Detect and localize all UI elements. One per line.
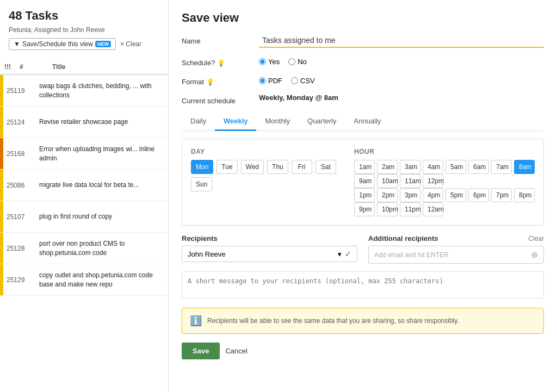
- day-btn-mon[interactable]: Mon: [191, 160, 213, 174]
- day-hour-container: Day MonTueWedThuFriSatSun Hour 1am2am3am…: [182, 139, 544, 226]
- action-row: Save Cancel: [182, 343, 544, 359]
- day-btn-thu[interactable]: Thu: [267, 160, 288, 174]
- name-row: Name: [182, 34, 544, 48]
- hour-btn-6am[interactable]: 6am: [468, 160, 489, 174]
- chevron-down-icon: [338, 250, 342, 258]
- day-label: Day: [191, 148, 337, 155]
- current-schedule-row: Current schedule Weekly, Monday @ 8am: [182, 94, 544, 105]
- plus-icon[interactable]: ⊕: [531, 250, 538, 260]
- schedule-options: Yes No: [259, 55, 544, 66]
- additional-recipients-col: Additional recipients Clear Add email an…: [368, 234, 544, 264]
- hour-btn-10am[interactable]: 10am: [377, 174, 398, 188]
- hour-btn-11am[interactable]: 11am: [400, 174, 420, 188]
- hour-btn-2am[interactable]: 2am: [377, 160, 398, 174]
- hour-btn-4am[interactable]: 4am: [423, 160, 443, 174]
- task-number: 25119: [3, 75, 36, 106]
- additional-label: Additional recipients: [368, 234, 438, 242]
- format-options: PDF CSV: [259, 74, 544, 85]
- day-btn-wed[interactable]: Wed: [241, 160, 264, 174]
- clear-button[interactable]: × Clear: [120, 40, 141, 48]
- schedule-no-option[interactable]: No: [288, 58, 307, 66]
- task-row[interactable]: 25128 port over non product CMS to shop.…: [0, 233, 168, 264]
- tab-quarterly[interactable]: Quarterly: [299, 113, 345, 131]
- hour-btn-9am[interactable]: 9am: [354, 174, 375, 188]
- task-count-title: 48 Tasks: [9, 9, 159, 23]
- hour-btn-1pm[interactable]: 1pm: [354, 188, 375, 202]
- task-row[interactable]: 25086 migrate live data local for beta t…: [0, 170, 168, 201]
- task-title: migrate live data local for beta te...: [36, 170, 168, 201]
- hour-btn-3am[interactable]: 3am: [400, 160, 420, 174]
- task-row[interactable]: 25119 swap bags & clutches, bedding, ...…: [0, 75, 168, 107]
- hour-btn-12am[interactable]: 12am: [423, 202, 443, 216]
- hour-btn-8am[interactable]: 8am: [514, 160, 535, 174]
- day-btn-sun[interactable]: Sun: [191, 177, 212, 191]
- tab-monthly[interactable]: Monthly: [256, 113, 299, 131]
- hour-btn-4pm[interactable]: 4pm: [423, 188, 443, 202]
- recipient-select[interactable]: John Reeve: [182, 246, 357, 262]
- warning-banner: ℹ️ Recipients will be able to see the sa…: [182, 308, 544, 334]
- day-section: Day MonTueWedThuFriSatSun: [191, 148, 337, 216]
- hour-btn-2pm[interactable]: 2pm: [377, 188, 398, 202]
- recipient-value: John Reeve: [188, 250, 225, 258]
- format-info-icon: 💡: [206, 78, 214, 86]
- hour-btn-6pm[interactable]: 6pm: [468, 188, 489, 202]
- task-title: Revise retailer showcase page: [36, 107, 168, 138]
- cancel-button[interactable]: Cancel: [225, 347, 247, 355]
- message-input[interactable]: [182, 271, 544, 298]
- format-csv-radio[interactable]: [291, 77, 298, 84]
- panel-title: Save view: [182, 11, 544, 25]
- format-label: Format 💡: [182, 74, 252, 86]
- hour-row: 1am2am3am4am5am6am7am8am: [354, 160, 535, 174]
- schedule-yes-radio[interactable]: [259, 58, 266, 65]
- day-btn-sat[interactable]: Sat: [315, 160, 336, 174]
- hour-btn-3pm[interactable]: 3pm: [400, 188, 420, 202]
- task-list: 25119 swap bags & clutches, bedding, ...…: [0, 75, 168, 296]
- additional-clear-button[interactable]: Clear: [528, 235, 544, 242]
- hour-btn-5am[interactable]: 5am: [445, 160, 466, 174]
- hour-btn-7am[interactable]: 7am: [491, 160, 512, 174]
- hour-btn-12pm[interactable]: 12pm: [423, 174, 443, 188]
- format-pdf-option[interactable]: PDF: [259, 77, 282, 85]
- schedule-label: Schedule? 💡: [182, 55, 252, 67]
- hour-section: Hour 1am2am3am4am5am6am7am8am9am10am11am…: [354, 148, 535, 216]
- task-row[interactable]: 25168 Error when uploading images wi... …: [0, 138, 168, 170]
- tab-annually[interactable]: Annually: [345, 113, 389, 131]
- task-number: 25124: [3, 107, 36, 138]
- format-row: Format 💡 PDF CSV: [182, 74, 544, 86]
- hour-row: 9pm10pm11pm12am: [354, 202, 535, 216]
- hour-btn-7pm[interactable]: 7pm: [491, 188, 512, 202]
- hour-label: Hour: [354, 148, 535, 155]
- task-row[interactable]: 25124 Revise retailer showcase page: [0, 107, 168, 138]
- recipients-row: Recipients John Reeve Additional recipie…: [182, 234, 544, 264]
- day-btn-tue[interactable]: Tue: [216, 160, 237, 174]
- schedule-no-radio[interactable]: [288, 58, 295, 65]
- save-schedule-button[interactable]: ▼ Save/Schedule this view NEW: [9, 38, 116, 50]
- task-row[interactable]: 25107 plug in first round of copy: [0, 201, 168, 233]
- task-number: 25107: [3, 201, 36, 232]
- name-input[interactable]: [259, 34, 544, 48]
- task-number: 25168: [3, 138, 36, 169]
- schedule-no-label: No: [298, 58, 307, 66]
- hour-row: 1pm2pm3pm4pm5pm6pm7pm8pm: [354, 188, 535, 202]
- hour-btn-11pm[interactable]: 11pm: [400, 202, 420, 216]
- additional-header: Additional recipients Clear: [368, 234, 544, 242]
- task-number: 25086: [3, 170, 36, 201]
- hour-btn-1am[interactable]: 1am: [354, 160, 375, 174]
- task-title: plug in first round of copy: [36, 201, 168, 232]
- tab-weekly[interactable]: Weekly: [215, 113, 257, 131]
- table-header: !!! # Title: [0, 60, 168, 75]
- task-number: 25128: [3, 233, 36, 264]
- format-pdf-radio[interactable]: [259, 77, 266, 84]
- day-btn-fri[interactable]: Fri: [292, 160, 312, 174]
- task-title: port over non product CMS to shop.petuni…: [36, 233, 168, 264]
- hour-btn-5pm[interactable]: 5pm: [445, 188, 466, 202]
- hour-btn-10pm[interactable]: 10pm: [377, 202, 398, 216]
- schedule-yes-option[interactable]: Yes: [259, 58, 280, 66]
- save-button[interactable]: Save: [182, 343, 220, 359]
- hour-btn-9pm[interactable]: 9pm: [354, 202, 375, 216]
- tab-daily[interactable]: Daily: [182, 113, 215, 131]
- hour-row: 9am10am11am12pm: [354, 174, 535, 188]
- task-row[interactable]: 25129 copy outlet and shop.petunia.com c…: [0, 264, 168, 296]
- hour-btn-8pm[interactable]: 8pm: [514, 188, 535, 202]
- format-csv-option[interactable]: CSV: [291, 77, 315, 85]
